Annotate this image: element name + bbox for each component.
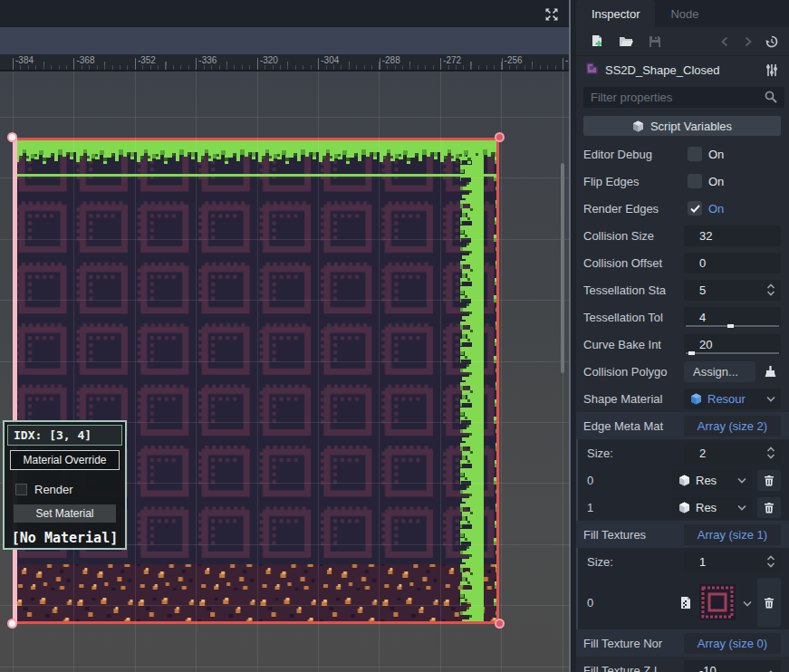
flip-edges-checkbox[interactable] <box>688 174 702 188</box>
prop-tessellation-stages: Tessellation Sta 5 <box>576 276 789 303</box>
prop-label: Collision Offset <box>583 256 684 270</box>
prop-shape-material: Shape Material Resour <box>576 385 789 412</box>
array-item-row: 1 Res <box>578 494 789 521</box>
prop-label: Collision Polygo <box>583 365 684 379</box>
object-history-icon[interactable] <box>762 32 782 52</box>
prop-collision-size: Collision Size 32 <box>576 222 789 249</box>
slider-grabber[interactable] <box>727 324 734 328</box>
ruler-tick <box>563 58 563 70</box>
inspector-toolbar <box>576 27 789 56</box>
editor-top-strip <box>0 0 569 27</box>
curve-bake-interval-slider[interactable]: 20 <box>684 334 781 355</box>
fill-texture-thumbnail[interactable] <box>699 584 736 620</box>
expand-icon[interactable] <box>544 6 560 23</box>
edited-object-row: SS2D_Shape_Closed <box>576 56 789 83</box>
tab-inspector[interactable]: Inspector <box>576 0 655 27</box>
panel-splitter[interactable] <box>569 0 576 672</box>
ruler-tick <box>257 58 258 70</box>
fill-texture-z-spinbox[interactable]: -10 <box>684 660 781 672</box>
ruler-label: -352 <box>138 55 156 65</box>
spin-updown-icon[interactable] <box>766 555 775 571</box>
prop-label: Render Edges <box>583 202 684 216</box>
popup-idx-label: IDX: [3, 4] <box>7 425 122 446</box>
save-resource-icon[interactable] <box>645 32 665 52</box>
filter-properties-input[interactable] <box>583 87 784 108</box>
fill-textures-size-spinbox[interactable]: 1 <box>684 552 781 572</box>
prop-label: Fill Texture Nor <box>583 637 684 650</box>
shape-handle-top-right[interactable] <box>495 132 505 142</box>
delete-item-icon[interactable] <box>757 470 781 491</box>
godot-editor: -384-368-352-336-320-304-288-272-256-240 <box>0 0 789 672</box>
assign-nodepath-button[interactable]: Assign... <box>684 361 755 382</box>
array-size-row: Size: 2 <box>578 439 789 466</box>
edited-object-name: SS2D_Shape_Closed <box>605 63 755 77</box>
texture-item-row: 0 <box>578 575 789 629</box>
new-resource-icon[interactable] <box>587 32 607 52</box>
ruler-label: -304 <box>321 55 339 65</box>
spin-updown-icon[interactable] <box>766 446 775 462</box>
spin-updown-icon[interactable] <box>766 283 775 299</box>
prop-render-edges: Render Edges On <box>576 195 789 222</box>
fill-texture-normals-array-link[interactable]: Array (size 0) <box>684 633 781 654</box>
ruler-label: -336 <box>198 55 216 65</box>
clear-nodepath-icon[interactable] <box>759 361 781 382</box>
chevron-down-icon[interactable] <box>743 594 752 610</box>
prop-edge-meta-materials: Edge Meta Mat Array (size 2) <box>576 412 789 439</box>
ruler-label: -288 <box>382 55 400 65</box>
tessellation-tolerance-slider[interactable]: 4 <box>684 307 781 328</box>
prop-label: Edge Meta Mat <box>583 419 684 433</box>
render-edges-checkbox[interactable] <box>688 201 702 216</box>
prop-tessellation-tolerance: Tessellation Tol 4 <box>576 303 789 331</box>
history-back-icon[interactable] <box>715 32 735 52</box>
size-label: Size: <box>587 446 684 460</box>
ruler-tick <box>73 58 74 70</box>
chevron-down-icon <box>766 396 775 402</box>
editor-debug-checkbox[interactable] <box>688 147 702 161</box>
edge-meta-materials-array-link[interactable]: Array (size 2) <box>684 416 781 437</box>
tab-node[interactable]: Node <box>655 0 714 27</box>
tessellation-stages-spinbox[interactable]: 5 <box>684 280 781 301</box>
shape-handle-bottom-left[interactable] <box>7 619 17 629</box>
material-override-button[interactable]: Material Override <box>10 450 120 470</box>
edge-meta-item-0-resource[interactable]: Res <box>672 470 752 491</box>
edge-meta-item-1-resource[interactable]: Res <box>672 497 752 518</box>
delete-item-icon[interactable] <box>757 578 781 627</box>
spin-up-icon[interactable] <box>766 666 775 672</box>
ruler-label: -272 <box>443 55 461 65</box>
ruler-tick <box>135 58 136 70</box>
section-script-variables[interactable]: Script Variables <box>583 116 781 136</box>
set-material-button[interactable]: Set Material <box>14 504 116 523</box>
ruler-label: -256 <box>505 55 523 65</box>
canvas-vertical-scrollbar[interactable] <box>561 163 564 373</box>
ruler-label: -384 <box>15 55 34 65</box>
render-checkbox[interactable] <box>15 484 27 495</box>
history-forward-icon[interactable] <box>738 32 758 52</box>
prop-label: Editor Debug <box>583 148 684 161</box>
load-resource-icon[interactable] <box>616 32 636 52</box>
item-index: 1 <box>587 501 672 514</box>
collision-size-field[interactable]: 32 <box>684 226 781 246</box>
resource-cube-icon <box>678 502 690 514</box>
prop-collision-offset: Collision Offset 0 <box>576 249 789 276</box>
edit-texture-icon[interactable] <box>676 592 696 612</box>
prop-editor-debug: Editor Debug On <box>576 140 789 168</box>
canvas-toolbar-strip <box>0 27 569 54</box>
extra-tools-icon[interactable] <box>762 60 782 80</box>
shape-handle-bottom-right[interactable] <box>495 619 505 629</box>
ruler-tick <box>440 58 441 70</box>
ss2d-shape[interactable] <box>13 138 499 624</box>
chevron-down-icon <box>737 477 746 484</box>
shape-material-resource[interactable]: Resour <box>684 389 781 409</box>
prop-label: Fill Texture Z I <box>583 664 684 672</box>
shape-handle-top-left[interactable] <box>7 132 17 142</box>
ruler-label: -320 <box>260 55 278 65</box>
viewport-2d[interactable]: -384-368-352-336-320-304-288-272-256-240 <box>0 0 569 672</box>
item-index: 0 <box>587 596 676 610</box>
item-index: 0 <box>587 474 672 487</box>
slider-grabber[interactable] <box>688 351 695 355</box>
fill-textures-array-link[interactable]: Array (size 1) <box>684 524 781 545</box>
edge-meta-size-spinbox[interactable]: 2 <box>684 443 781 464</box>
delete-item-icon[interactable] <box>757 497 781 518</box>
no-material-label: [No Material] <box>5 530 125 546</box>
collision-offset-field[interactable]: 0 <box>684 253 781 274</box>
